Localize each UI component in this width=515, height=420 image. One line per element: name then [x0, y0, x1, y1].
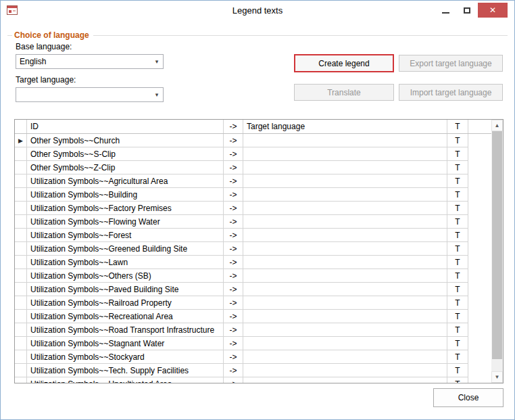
- table-row[interactable]: Utilization Symbols~~Road Transport Infr…: [15, 323, 491, 337]
- row-translate-cell[interactable]: T: [447, 269, 468, 283]
- maximize-button[interactable]: [456, 3, 478, 18]
- table-row[interactable]: Utilization Symbols~~Factory Premises ->…: [15, 202, 491, 215]
- row-selector-cell[interactable]: [15, 269, 27, 283]
- scroll-up-button[interactable]: ▲: [491, 120, 503, 131]
- create-legend-button[interactable]: Create legend: [294, 54, 394, 72]
- row-translate-cell[interactable]: T: [447, 215, 468, 229]
- row-translate-cell[interactable]: T: [447, 134, 468, 147]
- row-selector-cell[interactable]: [15, 283, 27, 296]
- row-selector-cell[interactable]: [15, 161, 27, 174]
- export-target-language-button[interactable]: Export target language: [399, 55, 503, 72]
- table-row[interactable]: Other Symbols~~Z-Clip -> T: [15, 161, 491, 174]
- row-selector-cell[interactable]: [15, 310, 27, 323]
- row-selector-cell[interactable]: [15, 229, 27, 242]
- row-selector-cell[interactable]: [15, 188, 27, 202]
- row-target-cell[interactable]: [243, 310, 447, 323]
- row-translate-cell[interactable]: T: [447, 377, 468, 383]
- target-language-select[interactable]: ▾: [16, 87, 164, 102]
- row-target-cell[interactable]: [243, 256, 447, 269]
- table-row[interactable]: Utilization Symbols~~Railroad Property -…: [15, 296, 491, 310]
- close-dialog-button[interactable]: Close: [433, 388, 504, 407]
- column-header-map[interactable]: ->: [224, 120, 243, 133]
- titlebar[interactable]: Legend texts ✕: [1, 1, 514, 20]
- row-translate-cell[interactable]: T: [447, 350, 468, 364]
- column-header-id[interactable]: ID: [27, 120, 224, 133]
- row-selector-cell[interactable]: [15, 215, 27, 229]
- row-target-cell[interactable]: [243, 337, 447, 350]
- table-row[interactable]: Utilization Symbols~~Stagnant Water -> T: [15, 337, 491, 350]
- row-translate-cell[interactable]: T: [447, 229, 468, 242]
- row-target-cell[interactable]: [243, 350, 447, 364]
- table-row[interactable]: Utilization Symbols~~Uncultivated Area -…: [15, 377, 491, 383]
- row-selector-cell[interactable]: [15, 174, 27, 188]
- row-translate-cell[interactable]: T: [447, 161, 468, 174]
- row-selector-cell[interactable]: [15, 377, 27, 383]
- column-header-translate[interactable]: T: [447, 120, 468, 133]
- column-header-target-language[interactable]: Target language: [243, 120, 447, 133]
- row-selector-cell[interactable]: [15, 256, 27, 269]
- translate-button[interactable]: Translate: [294, 84, 394, 101]
- row-target-cell[interactable]: [243, 377, 447, 383]
- row-target-cell[interactable]: [243, 242, 447, 256]
- row-selector-cell[interactable]: [15, 350, 27, 364]
- table-row[interactable]: Utilization Symbols~~Stockyard -> T: [15, 350, 491, 364]
- row-map-cell: ->: [224, 337, 243, 350]
- row-selector-cell[interactable]: [15, 364, 27, 377]
- table-row[interactable]: Utilization Symbols~~Paved Building Site…: [15, 283, 491, 296]
- row-selector-cell[interactable]: [15, 323, 27, 337]
- row-target-cell[interactable]: [243, 323, 447, 337]
- row-translate-cell[interactable]: T: [447, 202, 468, 215]
- row-translate-cell[interactable]: T: [447, 296, 468, 310]
- scrollbar-track[interactable]: [491, 131, 503, 371]
- row-id-cell: Other Symbols~~Church: [27, 134, 224, 147]
- vertical-scrollbar[interactable]: ▲ ▼: [491, 120, 503, 383]
- row-target-cell[interactable]: [243, 229, 447, 242]
- row-target-cell[interactable]: [243, 283, 447, 296]
- row-selector-cell[interactable]: [15, 202, 27, 215]
- row-selector-cell[interactable]: [15, 296, 27, 310]
- row-target-cell[interactable]: [243, 161, 447, 174]
- close-icon: ✕: [489, 5, 496, 15]
- row-selector-cell[interactable]: ▶: [15, 134, 27, 147]
- scrollbar-thumb[interactable]: [492, 131, 502, 359]
- table-row[interactable]: Utilization Symbols~~Forest -> T: [15, 229, 491, 242]
- table-row[interactable]: Utilization Symbols~~Others (SB) -> T: [15, 269, 491, 283]
- close-window-button[interactable]: ✕: [478, 3, 508, 18]
- row-map-cell: ->: [224, 242, 243, 256]
- row-target-cell[interactable]: [243, 134, 447, 147]
- table-row[interactable]: Other Symbols~~S-Clip -> T: [15, 147, 491, 161]
- row-translate-cell[interactable]: T: [447, 188, 468, 202]
- table-row[interactable]: Utilization Symbols~~Tech. Supply Facili…: [15, 364, 491, 377]
- import-target-language-button[interactable]: Import target language: [399, 84, 503, 101]
- row-translate-cell[interactable]: T: [447, 364, 468, 377]
- row-target-cell[interactable]: [243, 147, 447, 161]
- row-translate-cell[interactable]: T: [447, 283, 468, 296]
- row-translate-cell[interactable]: T: [447, 256, 468, 269]
- scroll-down-button[interactable]: ▼: [491, 371, 503, 383]
- row-target-cell[interactable]: [243, 174, 447, 188]
- table-row[interactable]: Utilization Symbols~~Building -> T: [15, 188, 491, 202]
- table-row[interactable]: Utilization Symbols~~Recreational Area -…: [15, 310, 491, 323]
- row-selector-cell[interactable]: [15, 147, 27, 161]
- row-target-cell[interactable]: [243, 364, 447, 377]
- row-target-cell[interactable]: [243, 269, 447, 283]
- table-row[interactable]: Utilization Symbols~~Flowing Water -> T: [15, 215, 491, 229]
- row-translate-cell[interactable]: T: [447, 242, 468, 256]
- table-row[interactable]: Utilization Symbols~~Greened Building Si…: [15, 242, 491, 256]
- row-translate-cell[interactable]: T: [447, 147, 468, 161]
- row-target-cell[interactable]: [243, 296, 447, 310]
- row-translate-cell[interactable]: T: [447, 174, 468, 188]
- row-target-cell[interactable]: [243, 188, 447, 202]
- row-translate-cell[interactable]: T: [447, 323, 468, 337]
- row-target-cell[interactable]: [243, 215, 447, 229]
- table-row[interactable]: ▶ Other Symbols~~Church -> T: [15, 134, 491, 147]
- table-row[interactable]: Utilization Symbols~~Agricultural Area -…: [15, 174, 491, 188]
- row-selector-cell[interactable]: [15, 337, 27, 350]
- table-row[interactable]: Utilization Symbols~~Lawn -> T: [15, 256, 491, 269]
- row-translate-cell[interactable]: T: [447, 310, 468, 323]
- minimize-button[interactable]: [435, 3, 456, 18]
- row-selector-cell[interactable]: [15, 242, 27, 256]
- row-target-cell[interactable]: [243, 202, 447, 215]
- row-translate-cell[interactable]: T: [447, 337, 468, 350]
- base-language-select[interactable]: English ▾: [16, 54, 164, 69]
